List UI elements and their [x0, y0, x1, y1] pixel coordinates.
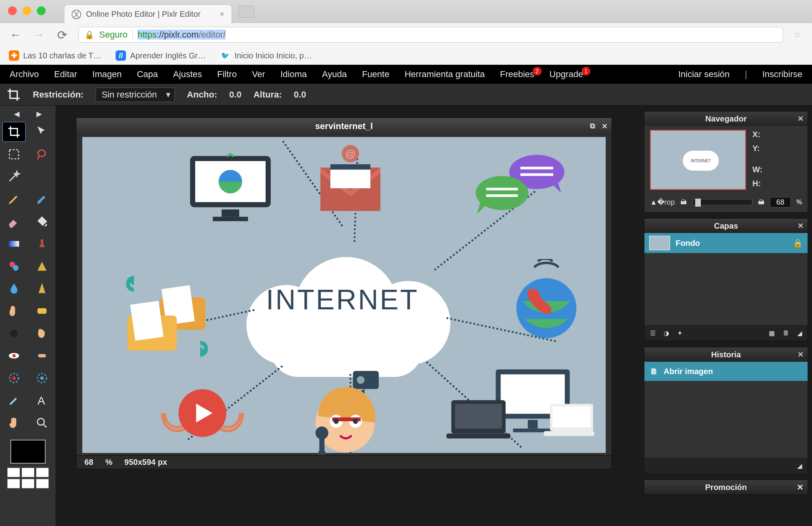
tool-paint-bucket[interactable] — [31, 212, 53, 231]
svg-rect-24 — [330, 164, 370, 169]
tool-pinch[interactable] — [31, 369, 53, 388]
zoom-slider[interactable] — [692, 199, 752, 205]
reload-button[interactable]: ⟳ — [55, 28, 69, 42]
tool-spot-heal[interactable] — [31, 346, 53, 365]
tool-hand[interactable] — [3, 413, 25, 432]
history-panel-header[interactable]: Historia ✕ — [644, 347, 808, 362]
browser-tab[interactable]: Online Photo Editor | Pixlr Editor × — [64, 4, 232, 24]
lock-icon[interactable]: 🔒 — [793, 238, 803, 248]
image-window[interactable]: servinternet_l ⧉ ✕ INTERN — [76, 118, 612, 469]
menu-imagen[interactable]: Imagen — [92, 69, 122, 80]
twitter-icon: 🐦 — [220, 50, 230, 61]
bookmark-item-2[interactable]: // Aprender Inglés Gr… — [116, 50, 206, 61]
layer-delete-icon[interactable]: 🗑 — [783, 329, 789, 337]
panel-resize-icon[interactable]: ◢ — [797, 329, 802, 337]
foreground-color-swatch[interactable] — [10, 440, 46, 464]
svg-point-49 — [316, 426, 328, 439]
menu-fuente[interactable]: Fuente — [362, 69, 390, 80]
address-bar[interactable]: 🔒 Seguro https://pixlr.com/editor/ — [78, 27, 783, 43]
menu-filtro[interactable]: Filtro — [217, 69, 237, 80]
tab-close-icon[interactable]: × — [220, 10, 224, 19]
layer-row-background[interactable]: Fondo 🔒 — [644, 233, 808, 253]
bookmark-star-icon[interactable]: ☆ — [793, 29, 802, 40]
tool-red-eye[interactable] — [3, 346, 25, 365]
tool-lasso[interactable] — [31, 145, 53, 164]
minimize-window-button[interactable] — [22, 6, 31, 15]
layers-panel-header[interactable]: Capas ✕ — [644, 219, 808, 233]
width-value[interactable]: 0.0 — [229, 90, 242, 100]
layer-mask-icon[interactable]: ◑ — [664, 329, 669, 337]
menu-capa[interactable]: Capa — [137, 69, 158, 80]
close-window-button[interactable] — [8, 6, 17, 15]
tool-zoom[interactable] — [31, 413, 53, 432]
panel-resize-icon[interactable]: ◢ — [797, 462, 802, 470]
menu-upgrade[interactable]: Upgrade 1 — [550, 69, 583, 80]
bookmark-item-3[interactable]: 🐦 Inicio Inicio Inicio, p… — [220, 50, 312, 61]
new-tab-button[interactable] — [238, 6, 254, 18]
tool-blur[interactable] — [3, 279, 25, 298]
navigator-panel-header[interactable]: Navegador ✕ — [644, 112, 808, 126]
login-link[interactable]: Iniciar sesión — [678, 69, 730, 80]
tool-brush[interactable] — [31, 189, 53, 209]
tool-bloat[interactable] — [3, 369, 25, 388]
tools-palette: ◀▶ — [0, 106, 56, 526]
close-icon[interactable]: ✕ — [798, 114, 804, 123]
svg-point-47 — [334, 419, 339, 424]
node-video — [158, 377, 246, 449]
tool-color-replace[interactable] — [3, 257, 25, 276]
palette-pager[interactable]: ◀▶ — [14, 110, 42, 118]
tool-crop[interactable] — [3, 122, 25, 141]
maximize-window-button[interactable] — [37, 6, 46, 15]
zoom-input[interactable] — [770, 197, 791, 207]
height-value[interactable]: 0.0 — [294, 90, 306, 100]
menu-herramienta-gratuita[interactable]: Herramienta gratuita — [404, 69, 485, 80]
tool-stamp[interactable] — [31, 234, 53, 253]
menu-editar[interactable]: Editar — [54, 69, 77, 80]
zoom-small-icon: 🏔︎ — [680, 199, 687, 206]
signup-link[interactable]: Inscribirse — [762, 69, 802, 80]
tool-wand[interactable] — [3, 167, 25, 186]
layer-settings-icon[interactable]: ☰ — [650, 329, 656, 337]
tool-picker[interactable] — [3, 391, 25, 410]
window-close-icon[interactable]: ✕ — [602, 122, 608, 131]
tool-marquee[interactable] — [3, 145, 25, 164]
window-restore-icon[interactable]: ⧉ — [590, 122, 595, 131]
close-icon[interactable]: ✕ — [797, 482, 804, 492]
image-titlebar[interactable]: servinternet_l ⧉ ✕ — [76, 118, 612, 135]
menu-ajustes[interactable]: Ajustes — [173, 69, 202, 80]
bookmark-item-1[interactable]: ✚ Las 10 charlas de T… — [9, 50, 101, 61]
close-icon[interactable]: ✕ — [798, 221, 804, 230]
tool-type[interactable]: A — [31, 391, 53, 410]
back-button[interactable]: ← — [9, 28, 22, 42]
promo-panel-header[interactable]: Promoción ✕ — [644, 480, 808, 494]
tool-sponge[interactable] — [31, 301, 53, 321]
svg-rect-36 — [130, 301, 164, 341]
navigator-thumbnail[interactable]: INTERNET — [650, 130, 746, 190]
restriction-select[interactable]: Sin restricción — [96, 88, 175, 102]
tool-sharpen[interactable] — [31, 279, 53, 298]
tool-gradient[interactable] — [3, 234, 25, 253]
close-icon[interactable]: ✕ — [798, 350, 804, 359]
swatch-grid[interactable] — [6, 468, 50, 488]
zoom-out-icon[interactable]: ▲�гор — [650, 198, 675, 207]
tool-burn[interactable] — [31, 324, 53, 343]
window-controls[interactable] — [8, 6, 46, 15]
menu-archivo[interactable]: Archivo — [10, 69, 39, 80]
menu-freebies[interactable]: Freebies 2 — [500, 69, 534, 80]
layer-fx-icon[interactable]: ✦ — [677, 329, 682, 337]
menu-ayuda[interactable]: Ayuda — [322, 69, 347, 80]
chevron-right-icon[interactable]: ▶ — [36, 110, 42, 118]
tool-draw-shape[interactable] — [31, 257, 53, 276]
tool-smudge[interactable] — [3, 301, 25, 321]
color-swatches[interactable] — [6, 440, 50, 488]
history-item[interactable]: 🗎 Abrir imagen — [644, 362, 808, 381]
tool-dodge[interactable] — [3, 324, 25, 343]
tool-eraser[interactable] — [3, 212, 25, 231]
layer-new-icon[interactable]: ▦ — [769, 329, 775, 337]
chevron-left-icon[interactable]: ◀ — [14, 110, 20, 118]
tool-move[interactable] — [31, 122, 53, 141]
menu-idioma[interactable]: Idioma — [280, 69, 307, 80]
tool-pencil[interactable] — [3, 189, 25, 209]
menu-ver[interactable]: Ver — [252, 69, 265, 80]
image-canvas[interactable]: INTERNET — [76, 135, 612, 455]
